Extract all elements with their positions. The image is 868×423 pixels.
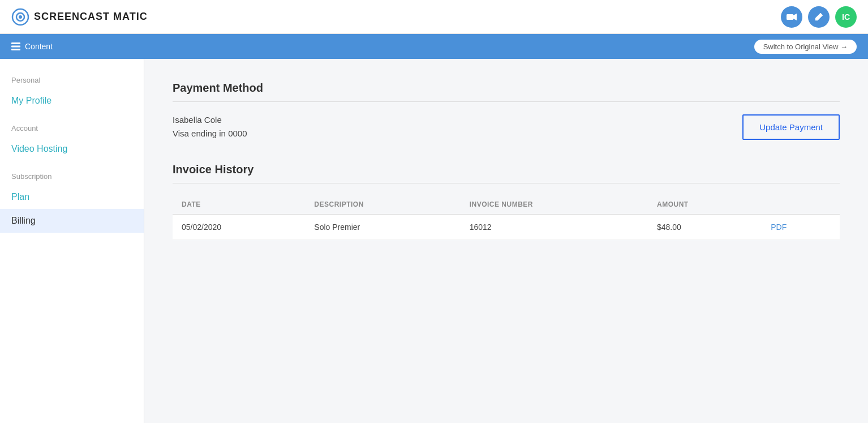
payment-info: Isabella Cole Visa ending in 0000 xyxy=(173,113,247,140)
sidebar-section-label-personal: Personal xyxy=(0,76,144,89)
sidebar-item-billing[interactable]: Billing xyxy=(0,209,144,233)
payment-method-title: Payment Method xyxy=(173,82,840,102)
brand-name: SCREENCAST MATIC xyxy=(34,11,148,23)
col-date: DATE xyxy=(173,195,305,215)
user-avatar-button[interactable]: IC xyxy=(835,6,857,28)
svg-marker-4 xyxy=(793,14,797,20)
col-description: DESCRIPTION xyxy=(305,195,460,215)
customer-name: Isabella Cole xyxy=(173,113,247,127)
payment-row: Isabella Cole Visa ending in 0000 Update… xyxy=(173,113,840,140)
invoice-table: DATE DESCRIPTION INVOICE NUMBER AMOUNT 0… xyxy=(173,195,840,240)
svg-rect-6 xyxy=(11,46,20,48)
sidebar-item-video-hosting[interactable]: Video Hosting xyxy=(0,137,144,161)
invoice-table-header-row: DATE DESCRIPTION INVOICE NUMBER AMOUNT xyxy=(173,195,840,215)
sidebar-item-my-profile[interactable]: My Profile xyxy=(0,89,144,113)
invoice-table-head: DATE DESCRIPTION INVOICE NUMBER AMOUNT xyxy=(173,195,840,215)
invoice-description: Solo Premier xyxy=(305,215,460,240)
invoice-history-title: Invoice History xyxy=(173,163,840,183)
invoice-date: 05/02/2020 xyxy=(173,215,305,240)
invoice-pdf-link[interactable]: PDF xyxy=(762,215,840,240)
svg-rect-3 xyxy=(787,14,793,20)
layout: Personal My Profile Account Video Hostin… xyxy=(0,59,868,423)
brand-logo-icon xyxy=(11,8,29,26)
sidebar-section-label-account: Account xyxy=(0,124,144,137)
payment-method-section: Payment Method Isabella Cole Visa ending… xyxy=(173,82,840,140)
switch-view-button[interactable]: Switch to Original View → xyxy=(754,40,857,54)
col-pdf-header xyxy=(762,195,840,215)
svg-point-2 xyxy=(19,15,22,19)
content-icon xyxy=(11,42,20,50)
navbar: SCREENCAST MATIC IC xyxy=(0,0,868,34)
col-amount: AMOUNT xyxy=(648,195,762,215)
table-row: 05/02/2020 Solo Premier 16012 $48.00 PDF xyxy=(173,215,840,240)
invoice-table-body: 05/02/2020 Solo Premier 16012 $48.00 PDF xyxy=(173,215,840,240)
sidebar-section-subscription: Subscription Plan Billing xyxy=(0,172,144,233)
edit-icon xyxy=(814,12,823,22)
navbar-actions: IC xyxy=(781,6,857,28)
content-bar: Content Switch to Original View → xyxy=(0,34,868,59)
sidebar-section-label-subscription: Subscription xyxy=(0,172,144,185)
update-payment-button[interactable]: Update Payment xyxy=(742,114,840,140)
sidebar-section-personal: Personal My Profile xyxy=(0,76,144,113)
sidebar: Personal My Profile Account Video Hostin… xyxy=(0,59,144,423)
brand: SCREENCAST MATIC xyxy=(11,8,148,26)
card-info: Visa ending in 0000 xyxy=(173,127,247,140)
svg-rect-7 xyxy=(11,49,20,50)
main-content: Payment Method Isabella Cole Visa ending… xyxy=(144,59,868,423)
svg-rect-5 xyxy=(11,42,20,44)
invoice-amount: $48.00 xyxy=(648,215,762,240)
camera-icon xyxy=(787,13,797,21)
record-button[interactable] xyxy=(781,6,802,28)
col-invoice-number: INVOICE NUMBER xyxy=(461,195,648,215)
invoice-number: 16012 xyxy=(461,215,648,240)
sidebar-item-plan[interactable]: Plan xyxy=(0,185,144,209)
sidebar-section-account: Account Video Hosting xyxy=(0,124,144,161)
content-bar-label: Content xyxy=(11,42,53,51)
edit-button[interactable] xyxy=(808,6,830,28)
invoice-history-section: Invoice History DATE DESCRIPTION INVOICE… xyxy=(173,163,840,240)
